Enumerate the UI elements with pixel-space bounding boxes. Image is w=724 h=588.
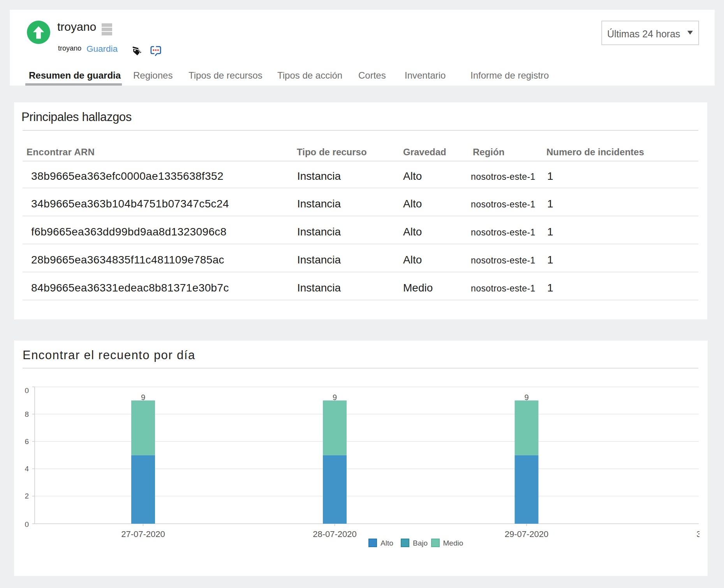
svg-text:2: 2 (25, 492, 29, 500)
svg-text:4: 4 (25, 465, 29, 473)
svg-text:9: 9 (141, 393, 145, 402)
svg-text:28-07-2020: 28-07-2020 (313, 529, 357, 539)
svg-text:9: 9 (524, 393, 528, 402)
svg-text:27-07-2020: 27-07-2020 (121, 529, 165, 539)
svg-text:Bajo: Bajo (413, 539, 428, 547)
svg-text:9: 9 (333, 393, 337, 402)
svg-text:6: 6 (25, 437, 29, 446)
svg-text:29-07-2020: 29-07-2020 (505, 529, 549, 539)
svg-text:30-07-2020: 30-07-2020 (696, 529, 724, 539)
svg-text:Alto: Alto (380, 539, 393, 547)
svg-text:0: 0 (25, 386, 29, 395)
svg-text:0: 0 (25, 520, 29, 528)
svg-text:Medio: Medio (443, 539, 463, 547)
svg-text:8: 8 (25, 410, 29, 418)
